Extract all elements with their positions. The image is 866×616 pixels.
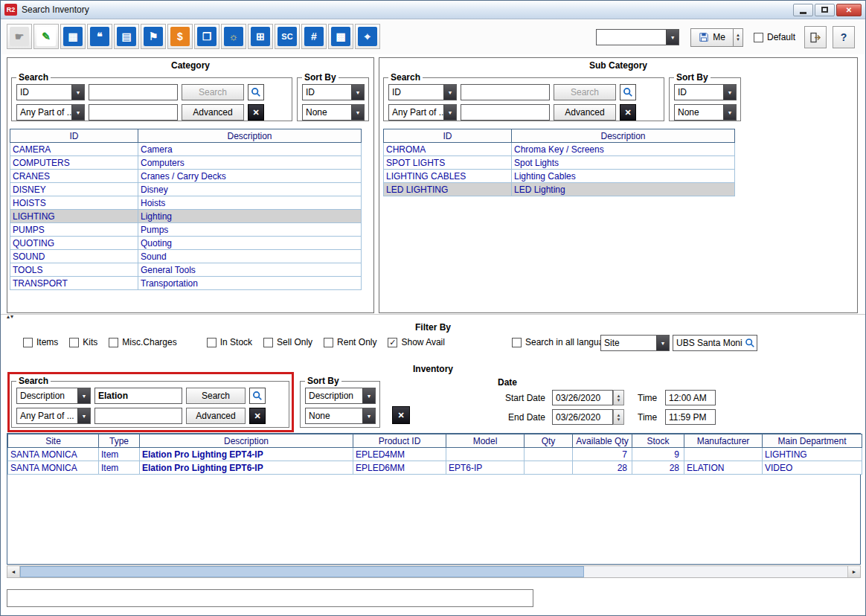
column-header-description[interactable]: Description (140, 434, 353, 448)
category-search-magnifier-button[interactable] (248, 84, 264, 100)
inventory-reset-button[interactable]: ✕ (392, 406, 410, 424)
subcategory-row[interactable]: LED LIGHTINGLED Lighting (384, 183, 735, 196)
maximize-button[interactable] (815, 4, 835, 16)
subcategory-search-input-2[interactable] (461, 104, 550, 121)
exit-button[interactable] (804, 26, 827, 48)
scroll-left-button[interactable]: ◄ (7, 566, 20, 577)
pan-icon[interactable]: ☛ (7, 24, 32, 49)
layout-grid-icon[interactable]: ▦ (60, 24, 86, 49)
start-date-spinner[interactable]: ▲▼ (613, 390, 624, 405)
site-filter-combo[interactable]: Site ▼ (600, 335, 670, 351)
subcategory-row[interactable]: LIGHTING CABLESLighting Cables (384, 170, 735, 183)
category-advanced-button[interactable]: Advanced (182, 104, 244, 121)
tag-sc-icon[interactable]: SC (275, 24, 300, 49)
inventory-search-input-2[interactable] (94, 408, 182, 424)
column-header-description[interactable]: Description (138, 129, 362, 143)
category-search-input[interactable] (89, 84, 178, 100)
category-row[interactable]: SOUNDSound (10, 250, 362, 263)
subcategory-search-mode-combo[interactable]: Any Part of ... ▼ (388, 104, 457, 121)
category-search-mode-combo[interactable]: Any Part of ... ▼ (16, 104, 85, 121)
inventory-search-magnifier-button[interactable] (249, 388, 266, 404)
subcategory-sort-primary-combo[interactable]: ID ▼ (674, 84, 737, 100)
secure-cart-icon[interactable]: $ (167, 24, 193, 49)
category-row[interactable]: TRANSPORTTransportation (10, 277, 362, 290)
column-header-id[interactable]: ID (10, 129, 138, 143)
inventory-search-field-combo[interactable]: Description ▼ (16, 388, 91, 404)
inventory-advanced-button[interactable]: Advanced (186, 408, 246, 424)
toolbar-view-combo[interactable]: ▼ (596, 29, 679, 45)
price-tags-icon[interactable]: ⚑ (141, 24, 166, 49)
subcategory-row[interactable]: SPOT LIGHTSSpot Lights (384, 156, 735, 170)
default-checkbox[interactable]: Default (754, 32, 795, 42)
column-header-site[interactable]: Site (8, 434, 99, 448)
inventory-sort-secondary-combo[interactable]: None ▼ (305, 408, 376, 424)
scrollbar-track[interactable] (20, 566, 847, 577)
help-button[interactable]: ? (833, 26, 855, 48)
filter-checkbox-kits[interactable]: Kits (69, 337, 97, 347)
column-header-description[interactable]: Description (512, 129, 735, 143)
subcategory-search-input[interactable] (461, 84, 550, 100)
filter-checkbox-show-avail[interactable]: ✓Show Avail (388, 337, 444, 347)
filter-checkbox-rent-only[interactable]: Rent Only (324, 337, 376, 347)
subcategory-search-button[interactable]: Search (554, 84, 616, 100)
column-header-model[interactable]: Model (446, 434, 525, 448)
scroll-right-button[interactable]: ► (847, 566, 860, 577)
column-header-main-department[interactable]: Main Department (763, 434, 862, 448)
category-row[interactable]: TOOLSGeneral Tools (10, 263, 362, 277)
inventory-result-row[interactable]: SANTA MONICAItemElation Pro Lighting EPT… (8, 448, 862, 461)
category-row[interactable]: COMPUTERSComputers (10, 156, 362, 170)
category-sort-secondary-combo[interactable]: None ▼ (302, 104, 365, 121)
panel-splitter[interactable]: ▴▾ (1, 314, 865, 321)
inventory-sort-primary-combo[interactable]: Description ▼ (305, 388, 376, 404)
category-clear-button[interactable]: ✕ (248, 104, 264, 121)
site-value-field[interactable]: UBS Santa Moni (673, 335, 757, 351)
column-header-product-id[interactable]: Product ID (353, 434, 446, 448)
category-row[interactable]: CRANESCranes / Carry Decks (10, 170, 362, 183)
inventory-search-mode-combo[interactable]: Any Part of ... ▼ (16, 408, 91, 424)
column-header-manufacturer[interactable]: Manufacturer (684, 434, 763, 448)
filter-checkbox-misc-charges[interactable]: Misc.Charges (109, 337, 176, 347)
calculator-icon[interactable]: ▩ (328, 24, 353, 49)
end-date-spinner[interactable]: ▲▼ (613, 409, 624, 425)
footer-input[interactable] (7, 589, 533, 607)
category-search-button[interactable]: Search (182, 84, 244, 100)
save-me-button[interactable]: Me (690, 28, 734, 47)
comment-icon[interactable]: ❝ (87, 24, 112, 49)
catalog-icon[interactable]: ❐ (194, 24, 219, 49)
subcategory-clear-button[interactable]: ✕ (620, 104, 636, 121)
subcategory-search-field-combo[interactable]: ID ▼ (388, 84, 457, 100)
minimize-button[interactable] (793, 4, 813, 16)
save-options-split-button[interactable]: ▲▼ (734, 28, 743, 47)
filter-checkbox-in-stock[interactable]: In Stock (207, 337, 252, 347)
start-time-input[interactable] (665, 390, 716, 405)
search-icon[interactable] (745, 338, 755, 348)
calendar-search-icon[interactable]: ⊞ (248, 24, 273, 49)
end-date-input[interactable] (552, 409, 613, 425)
monitor-search-icon[interactable]: ⌖ (355, 24, 380, 49)
subcategory-search-magnifier-button[interactable] (620, 84, 636, 100)
category-row[interactable]: QUOTINGQuoting (10, 237, 362, 250)
inventory-result-row[interactable]: SANTA MONICAItemElation Pro Lighting EPT… (8, 461, 862, 475)
filter-checkbox-sell-only[interactable]: Sell Only (263, 337, 312, 347)
column-header-type[interactable]: Type (99, 434, 140, 448)
edit-icon[interactable]: ✎ (33, 24, 59, 49)
column-header-stock[interactable]: Stock (632, 434, 684, 448)
category-search-input-2[interactable] (89, 104, 178, 121)
close-button[interactable]: ✕ (836, 4, 862, 16)
horizontal-scrollbar[interactable]: ◄ ► (7, 565, 861, 578)
subcategory-advanced-button[interactable]: Advanced (554, 104, 616, 121)
category-row[interactable]: PUMPSPumps (10, 223, 362, 237)
tips-icon[interactable]: ☼ (221, 24, 246, 49)
category-search-field-combo[interactable]: ID ▼ (16, 84, 85, 100)
register-icon[interactable]: ▤ (114, 24, 139, 49)
subcategory-row[interactable]: CHROMAChroma Key / Screens (384, 143, 735, 156)
start-date-input[interactable] (552, 390, 613, 405)
column-header-qty[interactable]: Qty (525, 434, 573, 448)
column-header-id[interactable]: ID (384, 129, 512, 143)
category-row[interactable]: LIGHTINGLighting (10, 210, 362, 223)
serial-number-icon[interactable]: # (301, 24, 327, 49)
splitter-collapse-icon[interactable]: ▴▾ (7, 313, 14, 320)
inventory-search-input[interactable] (94, 388, 182, 404)
inventory-search-button[interactable]: Search (186, 388, 246, 404)
subcategory-sort-secondary-combo[interactable]: None ▼ (674, 104, 737, 121)
